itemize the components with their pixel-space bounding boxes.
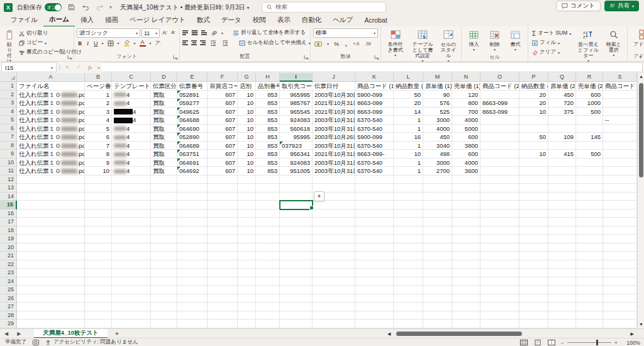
- fill-button[interactable]: フィル ▾: [531, 38, 574, 47]
- search-input[interactable]: 検索: [262, 2, 386, 13]
- cell-B23[interactable]: [85, 269, 112, 277]
- cell-N27[interactable]: [452, 303, 480, 311]
- cell-M22[interactable]: [423, 260, 452, 269]
- cell-S26[interactable]: [603, 294, 637, 303]
- cell-Q24[interactable]: [548, 277, 576, 286]
- cell-S10[interactable]: [603, 159, 637, 167]
- cell-F13[interactable]: [208, 184, 238, 193]
- row-header-3[interactable]: 3: [0, 99, 17, 108]
- new-sheet-button[interactable]: +: [108, 330, 126, 337]
- cut-button[interactable]: 切り取り: [18, 29, 83, 38]
- find-select-button[interactable]: 検索と選択▾: [603, 28, 625, 59]
- format-as-table-button[interactable]: テーブルとして書式設定▾: [408, 28, 437, 65]
- cell-I3[interactable]: 985767: [280, 99, 313, 108]
- cell-R6[interactable]: [576, 125, 603, 133]
- cell-J17[interactable]: [313, 218, 355, 226]
- cell-N29[interactable]: [452, 320, 480, 328]
- cell-B1[interactable]: ページ番号: [85, 82, 112, 91]
- copilot-cell-suggestion-button[interactable]: ✦: [314, 191, 325, 201]
- cell-R28[interactable]: [576, 311, 603, 320]
- row-header-17[interactable]: 17: [0, 218, 17, 226]
- cell-N22[interactable]: [452, 260, 480, 269]
- cell-R5[interactable]: [576, 116, 603, 125]
- cell-L8[interactable]: 1: [394, 142, 423, 150]
- cell-F4[interactable]: 607: [208, 108, 238, 116]
- cell-R25[interactable]: [576, 286, 603, 294]
- cell-G16[interactable]: [238, 209, 256, 218]
- cell-S1[interactable]: 商品コード (3): [603, 82, 637, 91]
- cell-D2[interactable]: 買取: [151, 91, 177, 99]
- cell-Q29[interactable]: [548, 320, 576, 328]
- shrink-font-button[interactable]: Aˇ: [170, 28, 177, 36]
- row-header-28[interactable]: 28: [0, 311, 17, 320]
- row-header-25[interactable]: 25: [0, 286, 17, 294]
- cell-D9[interactable]: 買取: [151, 150, 177, 159]
- cell-O10[interactable]: [480, 159, 519, 167]
- autosum-button[interactable]: Σオート SUM ▾: [531, 29, 574, 38]
- currency-chevron[interactable]: ▾: [327, 42, 329, 46]
- document-title[interactable]: 天満屋4_10枚テスト • 最終更新日時: 9月3日 ▾: [120, 3, 249, 12]
- cell-E11[interactable]: 064692: [177, 167, 208, 176]
- cell-D16[interactable]: [151, 209, 177, 218]
- format-cells-button[interactable]: 書式▾: [509, 28, 523, 53]
- page-layout-view-button[interactable]: [533, 339, 542, 346]
- cell-S13[interactable]: [603, 184, 637, 193]
- cell-N14[interactable]: [452, 193, 480, 201]
- cell-C16[interactable]: [112, 209, 151, 218]
- ribbon-tab-挿入[interactable]: 挿入: [75, 14, 99, 26]
- cell-G11[interactable]: 10: [238, 167, 256, 176]
- row-header-26[interactable]: 26: [0, 294, 17, 303]
- cell-J21[interactable]: [313, 252, 355, 260]
- cell-N9[interactable]: 600: [452, 150, 480, 159]
- cell-L15[interactable]: [394, 201, 423, 209]
- cell-H16[interactable]: [256, 209, 280, 218]
- cell-R14[interactable]: [576, 193, 603, 201]
- cell-E24[interactable]: [177, 277, 208, 286]
- cell-G1[interactable]: 店別: [238, 82, 256, 91]
- cell-D19[interactable]: [151, 235, 177, 243]
- wrap-text-button[interactable]: 折り返して全体を表示する: [231, 28, 307, 37]
- cell-O23[interactable]: [480, 269, 519, 277]
- cell-F12[interactable]: [208, 176, 238, 184]
- cell-S16[interactable]: [603, 209, 637, 218]
- selected-cell-I15[interactable]: [280, 201, 313, 209]
- cell-Q7[interactable]: 109: [548, 133, 576, 142]
- scroll-up-arrow[interactable]: ▲: [638, 73, 644, 81]
- cell-S24[interactable]: [603, 277, 637, 286]
- column-header-F[interactable]: F: [208, 73, 238, 82]
- zoom-slider[interactable]: − +: [561, 340, 618, 346]
- cell-N26[interactable]: [452, 294, 480, 303]
- cell-C25[interactable]: [112, 286, 151, 294]
- cell-G7[interactable]: 10: [238, 133, 256, 142]
- cell-H23[interactable]: [256, 269, 280, 277]
- cell-Q14[interactable]: [548, 193, 576, 201]
- cell-I9[interactable]: 956341: [280, 150, 313, 159]
- cell-P20[interactable]: [519, 243, 548, 252]
- cell-H3[interactable]: 853: [256, 99, 280, 108]
- cell-I4[interactable]: 965545: [280, 108, 313, 116]
- column-header-S[interactable]: S: [603, 73, 637, 82]
- cell-O11[interactable]: [480, 167, 519, 176]
- cell-C26[interactable]: [112, 294, 151, 303]
- cell-S18[interactable]: [603, 226, 637, 235]
- cell-G6[interactable]: 10: [238, 125, 256, 133]
- cell-Q28[interactable]: [548, 311, 576, 320]
- cell-F24[interactable]: [208, 277, 238, 286]
- cell-S29[interactable]: [603, 320, 637, 328]
- cell-Q9[interactable]: 415: [548, 150, 576, 159]
- cell-Q21[interactable]: [548, 252, 576, 260]
- zoom-track[interactable]: [567, 342, 611, 343]
- cell-J24[interactable]: [313, 277, 355, 286]
- cell-Q1[interactable]: 原単価 (2): [548, 82, 576, 91]
- row-header-24[interactable]: 24: [0, 277, 17, 286]
- cell-I6[interactable]: 560618: [280, 125, 313, 133]
- cell-O27[interactable]: [480, 303, 519, 311]
- comma-style-button[interactable]: ,: [344, 40, 348, 48]
- cell-L18[interactable]: [394, 226, 423, 235]
- cell-M24[interactable]: [423, 277, 452, 286]
- cell-A3[interactable]: 仕入れ伝票１０.pdf: [17, 99, 85, 108]
- align-top-button[interactable]: [182, 30, 188, 36]
- row-header-23[interactable]: 23: [0, 269, 17, 277]
- cell-H29[interactable]: [256, 320, 280, 328]
- cell-A27[interactable]: [17, 303, 85, 311]
